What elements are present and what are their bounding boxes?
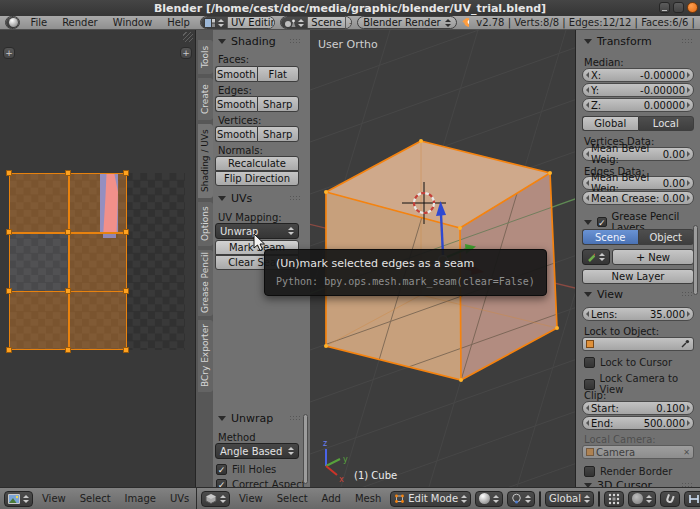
tab-create[interactable]: Create xyxy=(198,78,213,120)
vertices-sharp-button[interactable]: Sharp xyxy=(257,126,300,142)
median-x-field[interactable]: X: -0.00000 xyxy=(582,68,694,82)
menu-mesh[interactable]: Mesh xyxy=(350,493,386,504)
lock-to-cursor-row[interactable]: Lock to Cursor xyxy=(584,357,672,368)
uv-vertex[interactable] xyxy=(7,171,11,175)
vertex-select-button[interactable] xyxy=(599,492,600,506)
uv-vertex[interactable] xyxy=(124,230,128,234)
viewport-shading-selector[interactable] xyxy=(475,491,503,507)
menu-window[interactable]: Window xyxy=(108,17,157,28)
minimize-button[interactable] xyxy=(659,2,670,13)
lock-object-field[interactable] xyxy=(582,337,694,351)
editor-type-selector-image[interactable] xyxy=(4,491,33,507)
flip-direction-button[interactable]: Flip Direction xyxy=(215,171,299,186)
proportional-edit-selector[interactable] xyxy=(628,491,656,507)
uv-vertex[interactable] xyxy=(124,289,128,293)
menu-add[interactable]: Add xyxy=(317,493,346,504)
snap-toggle-button[interactable] xyxy=(660,491,680,507)
edge-bevel-field[interactable]: Mean Bevel Weig: 0.00 xyxy=(582,176,694,190)
checkbox-checked-icon[interactable]: ✓ xyxy=(216,479,227,487)
scene-name-field[interactable]: Scene xyxy=(307,17,346,28)
gp-new-layer-button[interactable]: New Layer xyxy=(582,269,694,284)
properties-scrollbar[interactable] xyxy=(693,225,698,295)
limit-to-visible-button[interactable] xyxy=(604,491,624,507)
checkbox-checked-icon[interactable]: ✓ xyxy=(216,464,227,475)
open-panel-left-button[interactable]: + xyxy=(3,47,15,59)
close-button[interactable] xyxy=(687,2,698,13)
uv-vertex[interactable] xyxy=(7,230,11,234)
gp-datablock-menu[interactable] xyxy=(582,249,610,265)
scene-selector[interactable]: Scene + ✕ xyxy=(280,16,352,29)
local-button[interactable]: Local xyxy=(638,116,695,131)
checkbox-unchecked-icon[interactable] xyxy=(584,357,595,368)
menu-select[interactable]: Select xyxy=(272,493,313,504)
faces-flat-button[interactable]: Flat xyxy=(257,66,300,82)
gp-object-button[interactable]: Object xyxy=(638,229,695,245)
median-z-field[interactable]: Z: 0.00000 xyxy=(582,98,694,112)
menu-view[interactable]: View xyxy=(234,493,268,504)
eyedropper-icon[interactable] xyxy=(680,339,690,349)
tab-tools[interactable]: Tools xyxy=(198,40,213,74)
editor-type-selector-info[interactable] xyxy=(5,16,20,29)
local-camera-field[interactable]: Camera ✕ xyxy=(582,445,694,459)
panel-header-shading[interactable]: Shading xyxy=(218,35,302,48)
uv-vertex[interactable] xyxy=(66,230,70,234)
tab-grease-pencil[interactable]: Grease Pencil xyxy=(198,250,213,316)
render-border-row[interactable]: Render Border xyxy=(584,466,672,477)
panel-grip-icon[interactable] xyxy=(289,195,302,202)
mean-crease-field[interactable]: Mean Crease: 0.00 xyxy=(582,191,694,205)
add-scene-button[interactable]: + xyxy=(346,17,352,28)
fill-holes-row[interactable]: ✓ Fill Holes xyxy=(216,464,276,475)
panel-header-transform[interactable]: Transform xyxy=(584,35,694,48)
lens-field[interactable]: Lens: 35.000 xyxy=(582,307,694,321)
uv-vertex[interactable] xyxy=(7,348,11,352)
shelf-scrollbar[interactable] xyxy=(303,414,308,484)
menu-select[interactable]: Select xyxy=(75,493,116,504)
panel-grip-icon[interactable] xyxy=(289,38,302,45)
manipulator-axes-button[interactable] xyxy=(540,492,541,506)
uv-vertex[interactable] xyxy=(66,289,70,293)
uv-vertex[interactable] xyxy=(66,171,70,175)
recalculate-button[interactable]: Recalculate xyxy=(215,156,299,171)
uv-vertex[interactable] xyxy=(7,289,11,293)
method-menu[interactable]: Angle Based xyxy=(215,443,299,459)
render-engine-select[interactable]: Blender Render xyxy=(357,16,457,29)
pivot-point-selector[interactable] xyxy=(507,491,535,507)
layout-name-field[interactable]: UV Editing xyxy=(227,17,275,28)
menu-image[interactable]: Image xyxy=(120,493,161,504)
uv-vertex[interactable] xyxy=(66,348,70,352)
gp-scene-button[interactable]: Scene xyxy=(582,229,638,245)
snap-element-selector[interactable] xyxy=(684,491,700,507)
menu-render[interactable]: Render xyxy=(57,17,103,28)
panel-header-uvs[interactable]: UVs xyxy=(218,192,302,205)
checkbox-unchecked-icon[interactable] xyxy=(584,466,595,477)
clip-start-field[interactable]: Start: 0.100 xyxy=(582,401,694,415)
clear-icon[interactable]: ✕ xyxy=(683,448,690,457)
tab-shading-uvs[interactable]: Shading / UVs xyxy=(198,124,213,198)
checkbox-checked-icon[interactable]: ✓ xyxy=(597,217,607,227)
vertices-smooth-button[interactable]: Smooth xyxy=(215,126,257,142)
menu-uvs[interactable]: UVs xyxy=(165,493,194,504)
screen-layout-selector[interactable]: UV Editing + ✕ xyxy=(200,16,275,29)
open-panel-right-button[interactable]: + xyxy=(180,47,192,59)
vertex-bevel-field[interactable]: Mean Bevel Weig: 0.00 xyxy=(582,147,694,161)
panel-grip-icon[interactable] xyxy=(681,38,694,45)
panel-header-unwrap[interactable]: Unwrap xyxy=(218,412,302,425)
checkbox-unchecked-icon[interactable] xyxy=(584,379,595,390)
uv-vertex[interactable] xyxy=(124,171,128,175)
uv-vertex[interactable] xyxy=(124,348,128,352)
clip-end-field[interactable]: End: 500.000 xyxy=(582,416,694,430)
panel-grip-icon[interactable] xyxy=(289,415,302,422)
uv-image-editor[interactable]: + + xyxy=(0,30,196,487)
edges-smooth-button[interactable]: Smooth xyxy=(215,96,257,112)
menu-view[interactable]: View xyxy=(37,493,71,504)
edges-sharp-button[interactable]: Sharp xyxy=(257,96,300,112)
area-resize-grip[interactable] xyxy=(183,32,193,42)
tab-bcry-exporter[interactable]: BCry Exporter xyxy=(198,320,213,392)
orientation-selector[interactable]: Global xyxy=(545,491,594,507)
maximize-button[interactable] xyxy=(673,2,684,13)
menu-help[interactable]: Help xyxy=(162,17,195,28)
correct-aspect-row[interactable]: ✓ Correct Aspect xyxy=(216,479,306,487)
panel-header-view[interactable]: View xyxy=(584,288,694,301)
global-button[interactable]: Global xyxy=(582,116,638,131)
tab-options[interactable]: Options xyxy=(198,202,213,246)
